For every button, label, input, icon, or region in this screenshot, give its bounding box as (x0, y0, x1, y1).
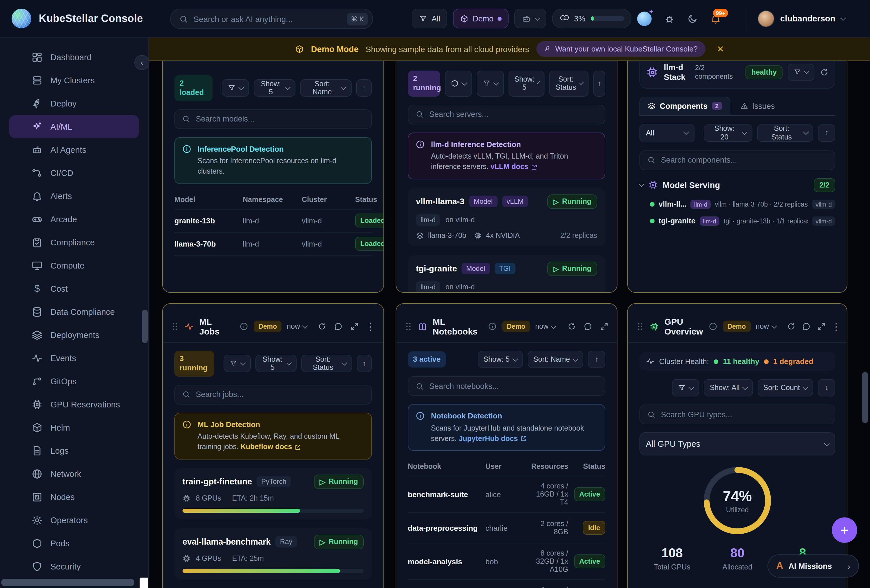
refresh-icon[interactable] (567, 322, 577, 331)
banner-close-button[interactable]: ✕ (717, 44, 724, 54)
sidebar-item-my-clusters[interactable]: My Clusters (9, 69, 139, 92)
dark-mode-moon-icon[interactable] (687, 13, 698, 24)
tab-components[interactable]: Components 2 (639, 97, 730, 115)
time-range-dropdown[interactable]: now (287, 322, 307, 330)
sidebar-item-cicd[interactable]: CI/CD (9, 162, 139, 185)
sidebar-item-data-compliance[interactable]: Data Compliance (9, 300, 139, 324)
models-search-input[interactable] (196, 114, 364, 123)
refresh-icon[interactable] (317, 322, 327, 331)
notebook-row[interactable]: model-analysis bob 8 cores / 32GB / 1x A… (408, 543, 605, 580)
sidebar-item-alerts[interactable]: Alerts (9, 185, 139, 208)
components-search-input[interactable] (661, 156, 828, 164)
components-type-select[interactable]: All (639, 123, 694, 142)
sidebar-scrollbar-thumb[interactable] (142, 310, 148, 343)
notebooks-show-dropdown[interactable]: Show: 5 (478, 351, 523, 368)
vllm-docs-link[interactable]: vLLM docs (491, 162, 538, 172)
sidebar-item-ai-agents[interactable]: AI Agents (9, 138, 139, 162)
sidebar-item-events[interactable]: Events (9, 347, 139, 370)
refresh-icon[interactable] (786, 322, 796, 331)
expand-icon[interactable] (599, 322, 609, 331)
servers-sort-direction-button[interactable]: ↑ (593, 71, 605, 97)
drag-handle-icon[interactable] (636, 321, 644, 332)
sidebar-item-nodes[interactable]: Nodes (9, 486, 139, 509)
servers-sort-dropdown[interactable]: Sort: Status (549, 71, 589, 97)
sidebar-item-gitops[interactable]: GitOps (9, 370, 139, 393)
drag-handle-icon[interactable] (171, 321, 179, 332)
sidebar-item-operators[interactable]: Operators (9, 509, 139, 532)
sidebar-item-arcade[interactable]: Arcade (9, 208, 139, 231)
gpu-type-select[interactable]: All GPU Types (639, 432, 835, 456)
job-card[interactable]: train-gpt-finetunePyTorch ▷Running 8 GPU… (174, 467, 372, 520)
components-search[interactable] (639, 150, 835, 170)
banner-cta-button[interactable]: Want your own local KubeStellar Console? (536, 41, 705, 57)
model-row[interactable]: granite-13b llm-d vllm-d Loaded (174, 209, 372, 232)
bug-icon[interactable] (664, 13, 675, 24)
components-show-dropdown[interactable]: Show: 20 (704, 124, 752, 141)
sidebar-item-pods[interactable]: Pods (9, 532, 139, 555)
expand-icon[interactable] (816, 322, 826, 331)
jobs-filter-dropdown[interactable] (224, 355, 251, 373)
ai-missions-button[interactable]: A AI Missions › (767, 554, 859, 578)
sidebar-item-dashboard[interactable]: Dashboard (9, 46, 139, 69)
demo-mode-button[interactable]: Demo (453, 9, 509, 28)
servers-search-input[interactable] (429, 110, 598, 119)
refresh-icon[interactable] (819, 68, 829, 77)
sidebar-item-logs[interactable]: Logs (9, 439, 139, 462)
global-search[interactable]: ⌘ K (170, 9, 373, 29)
sidebar-item-deploy[interactable]: Deploy (9, 92, 139, 115)
sidebar-item-helm[interactable]: Helm (9, 416, 139, 439)
jobs-search[interactable] (174, 385, 372, 404)
notebooks-sort-direction-button[interactable]: ↑ (588, 351, 605, 368)
gpu-sort-dropdown[interactable]: Sort: Count (758, 379, 813, 396)
server-card[interactable]: vllm-llama-3 Model vLLM ▷Running llm-don… (408, 187, 605, 246)
add-button[interactable]: + (832, 517, 857, 543)
job-card[interactable]: eval-llama-benchmarkRay ▷Running 4 GPUsE… (174, 527, 372, 580)
model-row[interactable]: llama-3-70b llm-d vllm-d Loaded (174, 232, 372, 255)
sidebar-item-compute[interactable]: Compute (9, 254, 139, 277)
chat-icon[interactable] (334, 322, 343, 331)
time-range-dropdown[interactable]: now (755, 322, 776, 330)
stack-filter-dropdown[interactable] (788, 64, 814, 81)
servers-scope-dropdown[interactable] (445, 71, 472, 97)
ai-assistant-icon[interactable]: ✦ (637, 11, 652, 26)
gpu-filter-dropdown[interactable] (672, 379, 699, 396)
sidebar-item-gpu-reservations[interactable]: GPU Reservations (9, 393, 139, 416)
sidebar-hscrollbar-thumb[interactable] (1, 579, 134, 586)
sidebar-item-deployments[interactable]: Deployments (9, 324, 139, 347)
sidebar-item-aiml[interactable]: AI/ML (9, 115, 139, 138)
models-search[interactable] (174, 109, 372, 129)
gpu-show-dropdown[interactable]: Show: All (704, 379, 753, 396)
sidebar-item-security[interactable]: Security (9, 555, 139, 578)
notebooks-search[interactable] (408, 376, 605, 396)
page-scrollbar-thumb[interactable] (862, 372, 868, 423)
notebook-row[interactable]: benchmark-suite alice 4 cores / 16GB / 1… (408, 476, 605, 513)
components-sort-dropdown[interactable]: Sort: Status (757, 124, 813, 141)
sidebar-item-compliance[interactable]: Compliance (9, 231, 139, 254)
servers-show-dropdown[interactable]: Show: 5 (509, 71, 544, 97)
jobs-show-dropdown[interactable]: Show: 5 (256, 355, 296, 373)
notifications-button[interactable]: 99+ (710, 13, 721, 24)
kubeflow-docs-link[interactable]: Kubeflow docs (241, 442, 301, 452)
server-card[interactable]: tgi-granite Model TGI ▷Running llm-don v… (408, 254, 605, 293)
gpu-search[interactable] (639, 405, 835, 424)
chat-icon[interactable] (801, 322, 810, 331)
chat-icon[interactable] (583, 322, 593, 331)
gpu-search-input[interactable] (661, 410, 828, 419)
notebook-row[interactable]: research-experiments alice 4 cores / 16G… (408, 580, 605, 588)
tab-issues[interactable]: Issues (733, 97, 782, 115)
models-sort-dropdown[interactable]: Sort: Name (300, 80, 351, 97)
servers-filter-dropdown[interactable] (477, 71, 504, 97)
jupyterhub-docs-link[interactable]: JupyterHub docs (459, 434, 527, 444)
servers-search[interactable] (408, 104, 605, 124)
drag-handle-icon[interactable] (404, 321, 413, 332)
components-sort-direction-button[interactable]: ↑ (818, 124, 835, 141)
notebooks-search-input[interactable] (429, 382, 598, 391)
component-row[interactable]: vllm-ll... llm-d vllm · llama-3-70b · 2/… (639, 199, 835, 209)
gpu-sort-direction-button[interactable]: ↓ (818, 379, 835, 396)
models-show-dropdown[interactable]: Show: 5 (253, 80, 295, 97)
time-range-dropdown[interactable]: now (535, 322, 556, 330)
notebooks-sort-dropdown[interactable]: Sort: Name (528, 351, 583, 368)
jobs-search-input[interactable] (196, 390, 364, 399)
agent-dropdown[interactable] (514, 9, 546, 28)
menu-dots-icon[interactable]: ⋮ (831, 321, 841, 332)
